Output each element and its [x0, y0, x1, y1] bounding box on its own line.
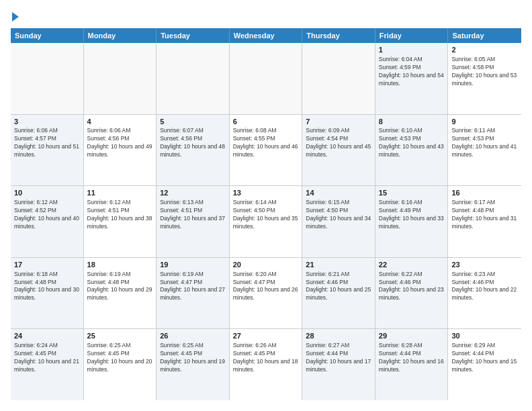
- logo: [11, 11, 19, 21]
- day-number: 20: [233, 260, 299, 270]
- day-number: 14: [306, 188, 371, 198]
- cell-info: Sunrise: 6:11 AM Sunset: 4:53 PM Dayligh…: [451, 127, 518, 159]
- day-number: 17: [14, 260, 80, 270]
- calendar-cell: 8Sunrise: 6:10 AM Sunset: 4:53 PM Daylig…: [375, 115, 449, 186]
- calendar-cell: 2Sunrise: 6:05 AM Sunset: 4:58 PM Daylig…: [448, 43, 521, 114]
- calendar-cell: 4Sunrise: 6:06 AM Sunset: 4:56 PM Daylig…: [84, 115, 157, 186]
- cell-info: Sunrise: 6:04 AM Sunset: 4:59 PM Dayligh…: [379, 56, 445, 88]
- weekday-header: Wednesday: [230, 28, 303, 43]
- day-number: 6: [233, 117, 299, 127]
- calendar-cell: 11Sunrise: 6:12 AM Sunset: 4:51 PM Dayli…: [84, 186, 157, 257]
- day-number: 18: [87, 260, 153, 270]
- cell-info: Sunrise: 6:21 AM Sunset: 4:46 PM Dayligh…: [306, 271, 371, 303]
- calendar-cell: 12Sunrise: 6:13 AM Sunset: 4:51 PM Dayli…: [157, 186, 230, 257]
- cell-info: Sunrise: 6:13 AM Sunset: 4:51 PM Dayligh…: [160, 199, 226, 231]
- day-number: 15: [379, 188, 445, 198]
- cell-info: Sunrise: 6:10 AM Sunset: 4:53 PM Dayligh…: [379, 127, 445, 159]
- day-number: 30: [451, 331, 518, 341]
- calendar-cell: 27Sunrise: 6:26 AM Sunset: 4:45 PM Dayli…: [230, 329, 303, 400]
- calendar-cell: 18Sunrise: 6:19 AM Sunset: 4:48 PM Dayli…: [84, 258, 157, 329]
- day-number: 22: [379, 260, 445, 270]
- cell-info: Sunrise: 6:17 AM Sunset: 4:48 PM Dayligh…: [451, 199, 518, 231]
- weekday-header: Thursday: [302, 28, 375, 43]
- day-number: 2: [451, 45, 518, 55]
- day-number: 23: [451, 260, 518, 270]
- day-number: 25: [87, 331, 153, 341]
- calendar-cell: 28Sunrise: 6:27 AM Sunset: 4:44 PM Dayli…: [302, 329, 375, 400]
- cell-info: Sunrise: 6:06 AM Sunset: 4:56 PM Dayligh…: [87, 127, 153, 159]
- cell-info: Sunrise: 6:12 AM Sunset: 4:52 PM Dayligh…: [14, 199, 80, 231]
- cell-info: Sunrise: 6:20 AM Sunset: 4:47 PM Dayligh…: [233, 271, 299, 303]
- calendar-row: 10Sunrise: 6:12 AM Sunset: 4:52 PM Dayli…: [11, 186, 521, 258]
- weekday-header: Saturday: [448, 28, 521, 43]
- cell-info: Sunrise: 6:09 AM Sunset: 4:54 PM Dayligh…: [306, 127, 371, 159]
- calendar-cell: 9Sunrise: 6:11 AM Sunset: 4:53 PM Daylig…: [448, 115, 521, 186]
- calendar-cell: 23Sunrise: 6:23 AM Sunset: 4:46 PM Dayli…: [448, 258, 521, 329]
- calendar-cell: 29Sunrise: 6:28 AM Sunset: 4:44 PM Dayli…: [375, 329, 449, 400]
- cell-info: Sunrise: 6:25 AM Sunset: 4:45 PM Dayligh…: [87, 342, 153, 374]
- calendar-cell: 7Sunrise: 6:09 AM Sunset: 4:54 PM Daylig…: [302, 115, 375, 186]
- calendar-body: 1Sunrise: 6:04 AM Sunset: 4:59 PM Daylig…: [11, 43, 521, 400]
- calendar-cell: 1Sunrise: 6:04 AM Sunset: 4:59 PM Daylig…: [375, 43, 449, 114]
- calendar-cell: 20Sunrise: 6:20 AM Sunset: 4:47 PM Dayli…: [230, 258, 303, 329]
- cell-info: Sunrise: 6:16 AM Sunset: 4:49 PM Dayligh…: [379, 199, 445, 231]
- calendar-header: SundayMondayTuesdayWednesdayThursdayFrid…: [11, 28, 521, 43]
- day-number: 28: [306, 331, 371, 341]
- calendar-cell: 16Sunrise: 6:17 AM Sunset: 4:48 PM Dayli…: [448, 186, 521, 257]
- calendar-cell: 3Sunrise: 6:06 AM Sunset: 4:57 PM Daylig…: [11, 115, 84, 186]
- page: SundayMondayTuesdayWednesdayThursdayFrid…: [0, 0, 532, 411]
- weekday-header: Friday: [375, 28, 449, 43]
- cell-info: Sunrise: 6:06 AM Sunset: 4:57 PM Dayligh…: [14, 127, 80, 159]
- day-number: 8: [379, 117, 445, 127]
- cell-info: Sunrise: 6:25 AM Sunset: 4:45 PM Dayligh…: [160, 342, 226, 374]
- calendar-cell: 19Sunrise: 6:19 AM Sunset: 4:47 PM Dayli…: [157, 258, 230, 329]
- weekday-header: Monday: [84, 28, 157, 43]
- cell-info: Sunrise: 6:19 AM Sunset: 4:47 PM Dayligh…: [160, 271, 226, 303]
- calendar-cell: [11, 43, 84, 114]
- cell-info: Sunrise: 6:23 AM Sunset: 4:46 PM Dayligh…: [451, 271, 518, 303]
- day-number: 9: [451, 117, 518, 127]
- calendar-row: 17Sunrise: 6:18 AM Sunset: 4:48 PM Dayli…: [11, 258, 521, 330]
- cell-info: Sunrise: 6:29 AM Sunset: 4:44 PM Dayligh…: [451, 342, 518, 374]
- day-number: 1: [379, 45, 445, 55]
- calendar-cell: 22Sunrise: 6:22 AM Sunset: 4:46 PM Dayli…: [375, 258, 449, 329]
- day-number: 16: [451, 188, 518, 198]
- cell-info: Sunrise: 6:26 AM Sunset: 4:45 PM Dayligh…: [233, 342, 299, 374]
- calendar-cell: 25Sunrise: 6:25 AM Sunset: 4:45 PM Dayli…: [84, 329, 157, 400]
- weekday-header: Tuesday: [157, 28, 230, 43]
- cell-info: Sunrise: 6:18 AM Sunset: 4:48 PM Dayligh…: [14, 271, 80, 303]
- cell-info: Sunrise: 6:05 AM Sunset: 4:58 PM Dayligh…: [451, 56, 518, 88]
- day-number: 27: [233, 331, 299, 341]
- day-number: 4: [87, 117, 153, 127]
- cell-info: Sunrise: 6:07 AM Sunset: 4:56 PM Dayligh…: [160, 127, 226, 159]
- calendar-cell: [230, 43, 303, 114]
- logo-arrow-icon: [12, 12, 19, 21]
- calendar-cell: 10Sunrise: 6:12 AM Sunset: 4:52 PM Dayli…: [11, 186, 84, 257]
- cell-info: Sunrise: 6:28 AM Sunset: 4:44 PM Dayligh…: [379, 342, 445, 374]
- calendar-cell: 6Sunrise: 6:08 AM Sunset: 4:55 PM Daylig…: [230, 115, 303, 186]
- day-number: 3: [14, 117, 80, 127]
- day-number: 21: [306, 260, 371, 270]
- day-number: 10: [14, 188, 80, 198]
- calendar-cell: 24Sunrise: 6:24 AM Sunset: 4:45 PM Dayli…: [11, 329, 84, 400]
- day-number: 5: [160, 117, 226, 127]
- calendar-cell: 21Sunrise: 6:21 AM Sunset: 4:46 PM Dayli…: [302, 258, 375, 329]
- calendar-cell: 13Sunrise: 6:14 AM Sunset: 4:50 PM Dayli…: [230, 186, 303, 257]
- calendar-row: 1Sunrise: 6:04 AM Sunset: 4:59 PM Daylig…: [11, 43, 521, 115]
- calendar-row: 24Sunrise: 6:24 AM Sunset: 4:45 PM Dayli…: [11, 329, 521, 400]
- cell-info: Sunrise: 6:22 AM Sunset: 4:46 PM Dayligh…: [379, 271, 445, 303]
- calendar-cell: [302, 43, 375, 114]
- day-number: 24: [14, 331, 80, 341]
- calendar-cell: [157, 43, 230, 114]
- day-number: 19: [160, 260, 226, 270]
- calendar-cell: 17Sunrise: 6:18 AM Sunset: 4:48 PM Dayli…: [11, 258, 84, 329]
- cell-info: Sunrise: 6:15 AM Sunset: 4:50 PM Dayligh…: [306, 199, 371, 231]
- header: [11, 11, 521, 21]
- calendar-cell: 26Sunrise: 6:25 AM Sunset: 4:45 PM Dayli…: [157, 329, 230, 400]
- calendar-cell: [84, 43, 157, 114]
- cell-info: Sunrise: 6:27 AM Sunset: 4:44 PM Dayligh…: [306, 342, 371, 374]
- day-number: 7: [306, 117, 371, 127]
- cell-info: Sunrise: 6:12 AM Sunset: 4:51 PM Dayligh…: [87, 199, 153, 231]
- cell-info: Sunrise: 6:14 AM Sunset: 4:50 PM Dayligh…: [233, 199, 299, 231]
- calendar-row: 3Sunrise: 6:06 AM Sunset: 4:57 PM Daylig…: [11, 115, 521, 187]
